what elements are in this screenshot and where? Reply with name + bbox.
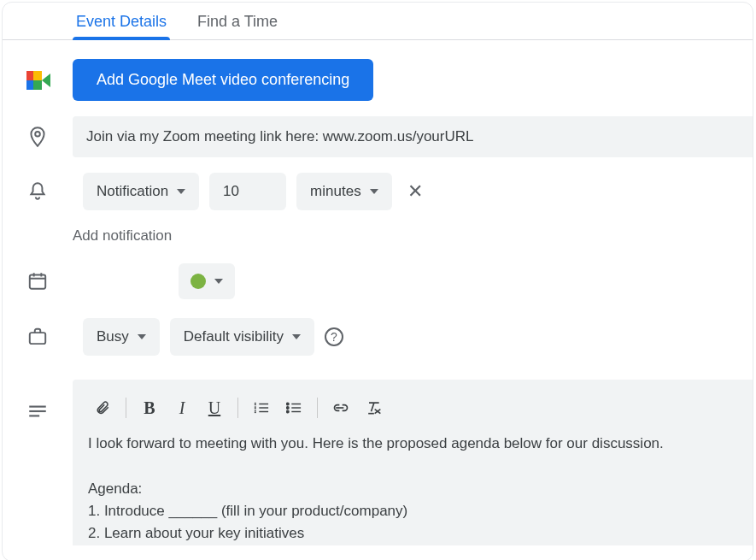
tab-find-a-time[interactable]: Find a Time bbox=[194, 6, 281, 39]
underline-button[interactable]: U bbox=[200, 395, 229, 421]
italic-button[interactable]: I bbox=[167, 395, 196, 421]
availability-label: Busy bbox=[97, 328, 129, 345]
svg-point-17 bbox=[287, 410, 290, 413]
visibility-dropdown[interactable]: Default visibility bbox=[170, 318, 314, 356]
chevron-down-icon bbox=[177, 189, 185, 194]
link-icon bbox=[332, 403, 349, 413]
numbered-list-icon bbox=[254, 401, 269, 415]
google-meet-icon bbox=[26, 71, 50, 90]
attachment-button[interactable] bbox=[88, 395, 117, 421]
notification-value-input[interactable] bbox=[209, 173, 286, 210]
add-notification-link[interactable]: Add notification bbox=[73, 227, 172, 245]
chevron-down-icon bbox=[370, 189, 378, 194]
briefcase-icon bbox=[26, 326, 49, 348]
calendar-icon bbox=[26, 270, 49, 292]
notification-type-dropdown[interactable]: Notification bbox=[83, 173, 199, 210]
color-swatch bbox=[190, 274, 206, 289]
add-notification-row: Add notification bbox=[3, 227, 753, 245]
calendar-row bbox=[3, 263, 753, 299]
help-icon[interactable]: ? bbox=[325, 327, 343, 346]
location-row bbox=[3, 116, 753, 157]
bell-icon bbox=[26, 180, 49, 203]
notification-unit-dropdown[interactable]: minutes bbox=[296, 173, 392, 210]
chevron-down-icon bbox=[214, 279, 223, 284]
notification-row: Notification minutes ✕ bbox=[3, 173, 753, 210]
bold-button[interactable]: B bbox=[135, 395, 164, 421]
location-input[interactable] bbox=[73, 116, 753, 157]
bulleted-list-button[interactable] bbox=[279, 395, 308, 421]
clear-format-icon bbox=[365, 400, 382, 416]
location-icon bbox=[26, 126, 49, 148]
notification-unit-label: minutes bbox=[310, 183, 361, 200]
event-color-dropdown[interactable] bbox=[179, 263, 235, 299]
link-button[interactable] bbox=[326, 395, 355, 421]
visibility-label: Default visibility bbox=[184, 328, 284, 345]
svg-rect-2 bbox=[30, 333, 45, 344]
conferencing-row: Add Google Meet video conferencing bbox=[3, 59, 753, 101]
svg-point-15 bbox=[287, 403, 290, 405]
numbered-list-button[interactable] bbox=[247, 395, 276, 421]
description-icon bbox=[26, 400, 49, 422]
description-row: B I U bbox=[3, 380, 753, 545]
remove-notification-button[interactable]: ✕ bbox=[402, 180, 428, 203]
tab-event-details[interactable]: Event Details bbox=[73, 6, 170, 39]
svg-rect-1 bbox=[30, 274, 45, 288]
bulleted-list-icon bbox=[286, 401, 302, 415]
paperclip-icon bbox=[95, 399, 110, 416]
chevron-down-icon bbox=[292, 334, 301, 339]
availability-dropdown[interactable]: Busy bbox=[83, 318, 160, 356]
clear-formatting-button[interactable] bbox=[359, 395, 388, 421]
chevron-down-icon bbox=[138, 334, 146, 339]
editor-toolbar: B I U bbox=[88, 395, 737, 433]
description-editor[interactable]: B I U bbox=[73, 380, 753, 545]
event-tabs: Event Details Find a Time bbox=[3, 3, 753, 40]
availability-row: Busy Default visibility ? bbox=[3, 318, 753, 356]
svg-point-0 bbox=[35, 132, 40, 137]
description-textarea[interactable]: I look forward to meeting with you. Here… bbox=[88, 433, 737, 545]
svg-point-16 bbox=[287, 407, 290, 410]
add-video-conferencing-button[interactable]: Add Google Meet video conferencing bbox=[73, 59, 373, 101]
notification-type-label: Notification bbox=[97, 183, 168, 200]
